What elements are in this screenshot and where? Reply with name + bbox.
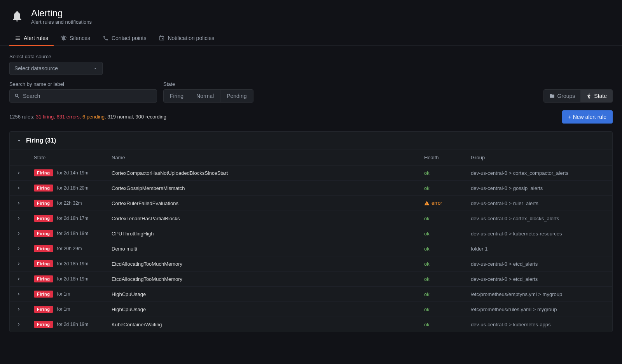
row-group: /etc/prometheus/emptyns.yml > mygroup [465,286,612,301]
row-state: Firingfor 2d 18h 19m [28,226,105,241]
row-expand[interactable] [10,211,28,226]
row-expand[interactable] [10,317,28,332]
state-filter-normal[interactable]: Normal [190,90,220,102]
datasource-select[interactable]: Select datasource [9,62,103,75]
row-name: CPUThrottlingHigh [105,226,418,241]
firing-badge: Firing [34,169,53,176]
viewas-groups-label: Groups [557,93,575,99]
tab-bar: Alert rules Silences Contact points Noti… [0,31,622,46]
alert-table-body: Firingfor 2d 14h 19mCortexCompactorHasNo… [10,165,612,332]
health-ok: ok [424,307,430,312]
viewas-groups-btn[interactable]: Groups [544,90,581,102]
row-state: Firingfor 2d 18h 19m [28,271,105,286]
row-name: CortexGossipMembersMismatch [105,180,418,195]
normal-text: 319 normal, 900 recording [107,114,166,120]
search-input[interactable] [23,93,152,99]
alerting-icon [9,9,25,24]
row-health: ok [418,165,465,180]
row-state: Firingfor 22h 32m [28,195,105,211]
datasource-placeholder: Select datasource [14,65,58,71]
row-expand[interactable] [10,226,28,241]
page-title: Alerting [31,8,92,19]
row-expand[interactable] [10,180,28,195]
row-expand[interactable] [10,271,28,286]
new-alert-rule-button[interactable]: + New alert rule [562,110,613,124]
row-duration: for 2d 18h 17m [57,216,89,221]
page-header: Alerting Alert rules and notifications [0,0,622,31]
search-icon [14,93,20,99]
row-group: dev-us-central-0 > etcd_alerts [465,256,612,271]
table-row: Firingfor 2d 18h 19mEtcdAllocatingTooMuc… [10,271,612,286]
firing-badge: Firing [34,321,53,328]
tab-notification-policies[interactable]: Notification policies [153,31,220,46]
firing-section: Firing (31) State Name Health Group Firi… [9,131,613,332]
health-ok: ok [424,322,430,327]
row-expand[interactable] [10,286,28,301]
row-state: Firingfor 2d 18h 17m [28,211,105,226]
row-group: dev-us-central-0 > kubernetes-apps [465,317,612,332]
row-expand[interactable] [10,165,28,180]
row-group: dev-us-central-0 > gossip_alerts [465,180,612,195]
row-name: CortexCompactorHasNotUploadedBlocksSince… [105,165,418,180]
alert-table: State Name Health Group Firingfor 2d 14h… [10,150,612,332]
health-ok: ok [424,185,430,191]
folder-icon [549,93,555,99]
stats-text: 1256 rules: 31 firing, 631 errors, 6 pen… [9,114,166,120]
row-group: /etc/prometheus/rules.yaml > mygroup [465,301,612,317]
table-header: State Name Health Group [10,150,612,165]
health-ok: ok [424,170,430,176]
firing-section-header[interactable]: Firing (31) [10,132,612,150]
row-duration: for 1m [57,291,70,297]
firing-badge: Firing [34,185,53,192]
main-content: Select data source Select datasource Sea… [0,46,622,340]
header-text: Alerting Alert rules and notifications [31,8,92,25]
row-name: Demo multi [105,241,418,256]
state-filters: Firing Normal Pending [163,89,253,103]
firing-badge: Firing [34,260,53,267]
tab-contact-points[interactable]: Contact points [97,31,152,46]
row-state: Firingfor 1m [28,301,105,317]
col-name-header: Name [105,150,418,165]
row-duration: for 2d 14h 19m [57,170,89,176]
pending-count: 6 pending, [82,114,106,120]
row-health: ok [418,226,465,241]
firing-badge: Firing [34,200,53,207]
row-expand[interactable] [10,301,28,317]
filter-row: Search by name or label State Firing Nor… [9,81,613,103]
row-health: error [418,195,465,211]
row-health: ok [418,271,465,286]
table-row: Firingfor 2d 18h 19mCPUThrottlingHighokd… [10,226,612,241]
search-input-wrap[interactable] [9,89,157,103]
state-icon [586,93,592,99]
state-filter-firing[interactable]: Firing [164,90,190,102]
row-group: dev-us-central-0 > ruler_alerts [465,195,612,211]
state-filter-label: State [163,81,253,87]
tab-alert-rules[interactable]: Alert rules [9,31,54,46]
row-group: folder 1 [465,241,612,256]
row-duration: for 2d 18h 19m [57,276,89,282]
row-state: Firingfor 2d 18h 19m [28,256,105,271]
state-filter-pending[interactable]: Pending [220,90,253,102]
row-name: EtcdAllocatingTooMuchMemory [105,256,418,271]
table-row: Firingfor 2d 18h 20mCortexGossipMembersM… [10,180,612,195]
tab-silences[interactable]: Silences [55,31,96,46]
row-duration: for 2d 18h 20m [57,185,89,191]
table-row: Firingfor 1mHighCpuUsageok/etc/prometheu… [10,301,612,317]
row-expand[interactable] [10,195,28,211]
viewas-group: Groups State [543,89,613,103]
col-health-header: Health [418,150,465,165]
row-expand[interactable] [10,256,28,271]
tab-silences-label: Silences [70,35,90,41]
row-state: Firingfor 1m [28,286,105,301]
health-ok: ok [424,246,430,252]
viewas-state-btn[interactable]: State [581,90,612,102]
row-expand[interactable] [10,241,28,256]
row-duration: for 22h 32m [57,200,82,206]
col-group-header: Group [465,150,612,165]
errors-count: 631 errors, [56,114,81,120]
tab-notification-policies-label: Notification policies [168,35,214,41]
health-ok: ok [424,216,430,221]
search-label: Search by name or label [9,81,157,87]
stats-bar: 1256 rules: 31 firing, 631 errors, 6 pen… [9,110,613,124]
tab-alert-rules-label: Alert rules [24,35,48,41]
